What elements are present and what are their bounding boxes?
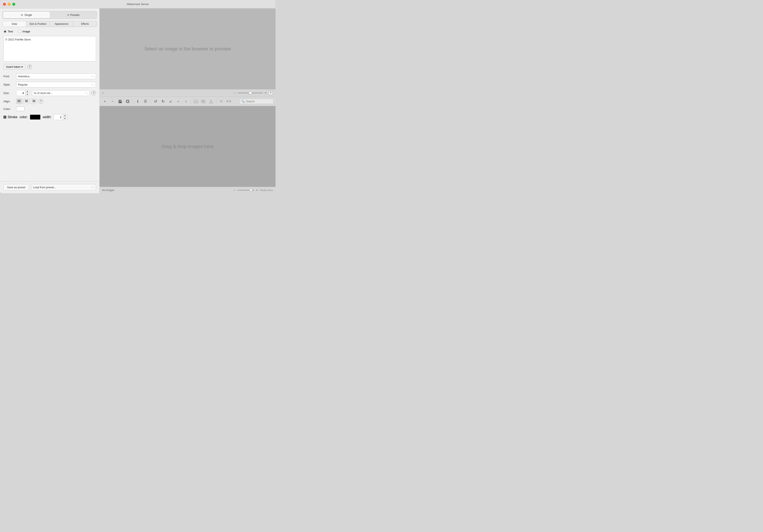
- add-image-button[interactable]: +: [102, 98, 108, 105]
- align-right-icon: [32, 100, 36, 103]
- font-select-wrapper: Helvetica ⌃⌄: [16, 73, 96, 79]
- browser-toolbar: + − ℹ ☰: [100, 97, 275, 106]
- subtab-data[interactable]: Data: [3, 21, 26, 27]
- export-button[interactable]: [208, 98, 214, 105]
- flip-h-button[interactable]: ↙: [167, 98, 174, 105]
- rotate-cw-button[interactable]: ↻: [160, 98, 166, 105]
- bottom-zoom-slider[interactable]: [237, 190, 254, 191]
- right-panel: Select an image in the browser to previe…: [100, 9, 275, 193]
- subtab-effects[interactable]: Effects: [73, 21, 97, 27]
- size-help-button[interactable]: ?: [91, 91, 96, 95]
- style-row: Style: Regular ⌃⌄: [3, 82, 96, 87]
- bottom-zoom-out[interactable]: −: [234, 189, 236, 192]
- token-row: Insert token ▾ ?: [3, 64, 96, 70]
- remove-image-button[interactable]: −: [109, 98, 116, 105]
- flip-v-button[interactable]: ↔: [175, 98, 181, 105]
- svg-rect-8: [33, 102, 36, 102]
- style-select[interactable]: Regular: [16, 82, 96, 87]
- size-input[interactable]: [16, 91, 25, 96]
- size-step-down[interactable]: ▼: [26, 93, 29, 96]
- watermark-apply-icon: WM: [194, 100, 198, 103]
- zoom-help-button[interactable]: ?: [268, 91, 273, 95]
- save-preset-button[interactable]: Save as preset: [3, 184, 29, 191]
- zoom-bar: − + ?: [100, 89, 275, 97]
- svg-rect-10: [119, 100, 121, 101]
- align-center-button[interactable]: [23, 99, 30, 104]
- svg-rect-2: [18, 102, 21, 102]
- stroke-width-input[interactable]: [54, 115, 63, 120]
- subtab-appearance[interactable]: Appearance: [50, 21, 73, 27]
- maximize-button[interactable]: [12, 3, 15, 6]
- remove-all-watermarks-button[interactable]: ✕✕: [226, 98, 232, 105]
- search-input[interactable]: [246, 100, 270, 103]
- minimize-button[interactable]: [8, 3, 11, 6]
- toolbar-divider-3: [191, 99, 191, 104]
- radio-image-circle[interactable]: [18, 30, 21, 33]
- bottom-zoom-in[interactable]: +: [256, 189, 258, 192]
- align-right-button[interactable]: [31, 99, 37, 104]
- insert-token-button[interactable]: Insert token ▾: [3, 64, 26, 70]
- svg-rect-0: [18, 100, 21, 100]
- svg-rect-1: [18, 101, 20, 101]
- watermark-text-input[interactable]: © 2022 Panfile.Store: [3, 36, 96, 61]
- rotate-ccw-button[interactable]: ↺: [152, 98, 159, 105]
- browser-placeholder: Drag & drop images here: [162, 144, 214, 149]
- stroke-color-swatch[interactable]: [30, 115, 41, 120]
- svg-rect-20: [210, 102, 213, 103]
- size-unit-select-wrapper: % of short ed... ⌃⌄: [32, 90, 90, 96]
- load-preset-select[interactable]: Load from preset...: [31, 184, 96, 191]
- stroke-color-label: color:: [20, 115, 28, 119]
- stroke-checkbox-wrap: Stroke: [3, 115, 17, 119]
- stroke-step-up[interactable]: ▲: [63, 114, 67, 117]
- mode-tabs: ⊙ Single ≡ Presets: [3, 11, 97, 19]
- subtab-appearance-label: Appearance: [55, 23, 68, 26]
- single-icon: ⊙: [21, 13, 23, 17]
- watermark-brand: Panfile.Store: [260, 189, 273, 192]
- radio-text[interactable]: Text: [3, 30, 13, 33]
- subtab-size-position[interactable]: Size & Position: [26, 21, 50, 27]
- radio-image[interactable]: Image: [18, 30, 30, 33]
- align-help-button[interactable]: ?: [39, 99, 43, 104]
- token-help-button[interactable]: ?: [27, 65, 32, 69]
- list-button[interactable]: ☰: [142, 98, 149, 105]
- search-icon: 🔍: [241, 100, 245, 103]
- color-swatch[interactable]: [16, 107, 25, 111]
- watermark-apply-button[interactable]: WM: [193, 98, 199, 105]
- color-row: Color:: [3, 107, 96, 111]
- search-box: 🔍: [240, 99, 273, 104]
- presets-icon: ≡: [67, 13, 69, 17]
- radio-text-circle[interactable]: [3, 30, 7, 33]
- font-select[interactable]: Helvetica: [16, 73, 96, 79]
- zoom-slider[interactable]: [238, 93, 263, 93]
- close-button[interactable]: [3, 3, 6, 6]
- align-row: Align:: [3, 99, 96, 104]
- stroke-checkbox[interactable]: [3, 116, 6, 119]
- tab-presets[interactable]: ≡ Presets: [50, 11, 97, 19]
- info-button[interactable]: ℹ: [135, 98, 141, 105]
- size-step-up[interactable]: ▲: [26, 90, 29, 93]
- tab-single[interactable]: ⊙ Single: [3, 12, 50, 18]
- watermark-batch-button[interactable]: WM: [200, 98, 207, 105]
- save-button[interactable]: [117, 98, 123, 105]
- copy-button[interactable]: [125, 98, 131, 105]
- status-text: No images: [102, 189, 114, 192]
- stroke-step-down[interactable]: ▼: [63, 117, 67, 120]
- align-label: Align:: [3, 100, 16, 103]
- watermark-batch-icon: WM: [201, 100, 206, 103]
- svg-rect-4: [26, 101, 28, 101]
- tab-presets-label: Presets: [70, 13, 79, 17]
- svg-rect-6: [32, 100, 36, 100]
- traffic-lights: [3, 3, 15, 6]
- toolbar-divider-2: [150, 99, 151, 104]
- token-help-icon: ?: [29, 65, 30, 68]
- zoom-in-button[interactable]: +: [265, 91, 267, 95]
- align-left-button[interactable]: [16, 99, 23, 104]
- remove-watermark-button[interactable]: ✕: [218, 98, 224, 105]
- browser-area[interactable]: Drag & drop images here: [100, 106, 275, 187]
- zoom-out-button[interactable]: −: [234, 91, 236, 95]
- insert-token-label: Insert token: [6, 65, 21, 68]
- stroke-label: Stroke: [8, 115, 17, 119]
- sort-button[interactable]: ↕: [183, 98, 189, 105]
- size-unit-select[interactable]: % of short ed...: [32, 90, 90, 96]
- copy-icon: [126, 100, 130, 103]
